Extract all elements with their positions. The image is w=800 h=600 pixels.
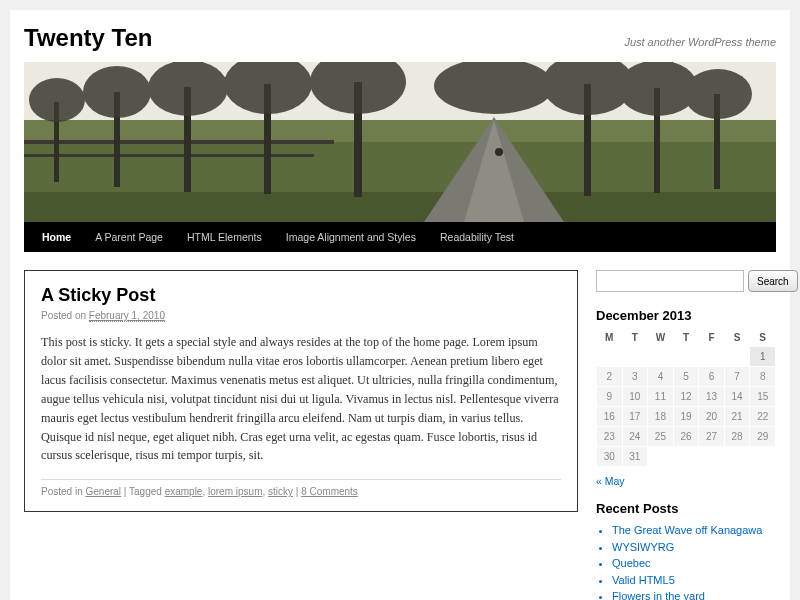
svg-rect-3 [24, 192, 776, 222]
post-title[interactable]: A Sticky Post [41, 285, 561, 306]
calendar-day[interactable]: 8 [750, 367, 776, 387]
calendar-day [622, 347, 648, 367]
calendar-title: December 2013 [596, 308, 776, 323]
calendar-day[interactable]: 12 [673, 387, 699, 407]
calendar-day[interactable]: 16 [597, 407, 623, 427]
footer-sep2: | [293, 486, 301, 497]
calendar-day[interactable]: 21 [724, 407, 750, 427]
calendar-day[interactable]: 24 [622, 427, 648, 447]
page-container: Twenty Ten Just another WordPress theme [10, 10, 790, 600]
calendar-day[interactable]: 30 [597, 447, 623, 467]
site-tagline: Just another WordPress theme [624, 36, 776, 48]
calendar-day[interactable]: 17 [622, 407, 648, 427]
calendar-day[interactable]: 5 [673, 367, 699, 387]
calendar-day [699, 347, 725, 367]
calendar-dow: T [622, 329, 648, 347]
post-meta: Posted on February 1, 2010 [41, 310, 561, 321]
calendar-day[interactable]: 23 [597, 427, 623, 447]
calendar-day [673, 347, 699, 367]
calendar-dow: T [673, 329, 699, 347]
calendar-day [648, 447, 674, 467]
calendar-day[interactable]: 25 [648, 427, 674, 447]
search-button[interactable]: Search [748, 270, 798, 292]
recent-post-link[interactable]: WYSIWYRG [612, 539, 776, 556]
calendar-dow: W [648, 329, 674, 347]
recent-posts-title: Recent Posts [596, 501, 776, 516]
calendar-day[interactable]: 9 [597, 387, 623, 407]
post-body: This post is sticky. It gets a special s… [41, 333, 561, 465]
calendar-day[interactable]: 18 [648, 407, 674, 427]
post-footer: Posted in General | Tagged example, lore… [41, 479, 561, 497]
main-nav: HomeA Parent PageHTML ElementsImage Alig… [24, 222, 776, 252]
post-comments-link[interactable]: 8 Comments [301, 486, 358, 497]
calendar-day [648, 347, 674, 367]
calendar-day[interactable]: 19 [673, 407, 699, 427]
svg-rect-7 [24, 140, 334, 144]
calendar-day [724, 447, 750, 467]
main-column: A Sticky Post Posted on February 1, 2010… [24, 270, 578, 600]
calendar-day[interactable]: 4 [648, 367, 674, 387]
calendar-day[interactable]: 3 [622, 367, 648, 387]
post-tag-link[interactable]: sticky [268, 486, 293, 497]
calendar-day[interactable]: 31 [622, 447, 648, 467]
calendar-day [597, 347, 623, 367]
content-wrap: A Sticky Post Posted on February 1, 2010… [24, 270, 776, 600]
calendar-dow: S [750, 329, 776, 347]
calendar-day[interactable]: 22 [750, 407, 776, 427]
calendar-day[interactable]: 15 [750, 387, 776, 407]
post-tag-link[interactable]: lorem ipsum [208, 486, 262, 497]
post-category-link[interactable]: General [85, 486, 121, 497]
nav-item-home[interactable]: Home [30, 222, 83, 252]
calendar-day[interactable]: 7 [724, 367, 750, 387]
svg-rect-2 [24, 120, 776, 142]
calendar-day[interactable]: 1 [750, 347, 776, 367]
calendar-day[interactable]: 26 [673, 427, 699, 447]
nav-item-a-parent-page[interactable]: A Parent Page [83, 222, 175, 252]
calendar-day [750, 447, 776, 467]
calendar-day[interactable]: 28 [724, 427, 750, 447]
sticky-post: A Sticky Post Posted on February 1, 2010… [24, 270, 578, 512]
calendar-dow: M [597, 329, 623, 347]
header: Twenty Ten Just another WordPress theme [24, 24, 776, 52]
calendar-dow: S [724, 329, 750, 347]
calendar-day[interactable]: 14 [724, 387, 750, 407]
recent-post-link[interactable]: Flowers in the yard [612, 588, 776, 600]
nav-item-html-elements[interactable]: HTML Elements [175, 222, 274, 252]
recent-post-link[interactable]: The Great Wave off Kanagawa [612, 522, 776, 539]
calendar-day[interactable]: 20 [699, 407, 725, 427]
calendar-day[interactable]: 2 [597, 367, 623, 387]
calendar-day[interactable]: 13 [699, 387, 725, 407]
svg-point-6 [495, 148, 503, 156]
svg-point-24 [684, 69, 752, 119]
search-widget: Search [596, 270, 776, 292]
calendar-day[interactable]: 29 [750, 427, 776, 447]
sidebar: Search December 2013 MTWTFSS 12345678910… [596, 270, 776, 600]
header-banner-image [24, 62, 776, 222]
calendar-day [673, 447, 699, 467]
calendar-dow: F [699, 329, 725, 347]
post-meta-prefix: Posted on [41, 310, 89, 321]
search-input[interactable] [596, 270, 744, 292]
calendar-day[interactable]: 10 [622, 387, 648, 407]
recent-post-link[interactable]: Valid HTML5 [612, 572, 776, 589]
calendar: MTWTFSS 12345678910111213141516171819202… [596, 329, 776, 467]
recent-post-link[interactable]: Quebec [612, 555, 776, 572]
calendar-day[interactable]: 27 [699, 427, 725, 447]
calendar-day[interactable]: 11 [648, 387, 674, 407]
calendar-prev-link[interactable]: « May [596, 475, 625, 487]
calendar-day [724, 347, 750, 367]
footer-sep1: | Tagged [121, 486, 165, 497]
nav-item-readability-test[interactable]: Readability Test [428, 222, 526, 252]
calendar-day[interactable]: 6 [699, 367, 725, 387]
calendar-day [699, 447, 725, 467]
svg-point-19 [148, 62, 228, 116]
recent-posts-list: The Great Wave off KanagawaWYSIWYRGQuebe… [596, 522, 776, 600]
site-title[interactable]: Twenty Ten [24, 24, 152, 52]
footer-posted-in: Posted in [41, 486, 85, 497]
post-date-link[interactable]: February 1, 2010 [89, 310, 165, 322]
post-tag-link[interactable]: example [165, 486, 203, 497]
nav-item-image-alignment-and-styles[interactable]: Image Alignment and Styles [274, 222, 428, 252]
svg-point-17 [29, 78, 85, 122]
svg-point-18 [83, 66, 151, 118]
